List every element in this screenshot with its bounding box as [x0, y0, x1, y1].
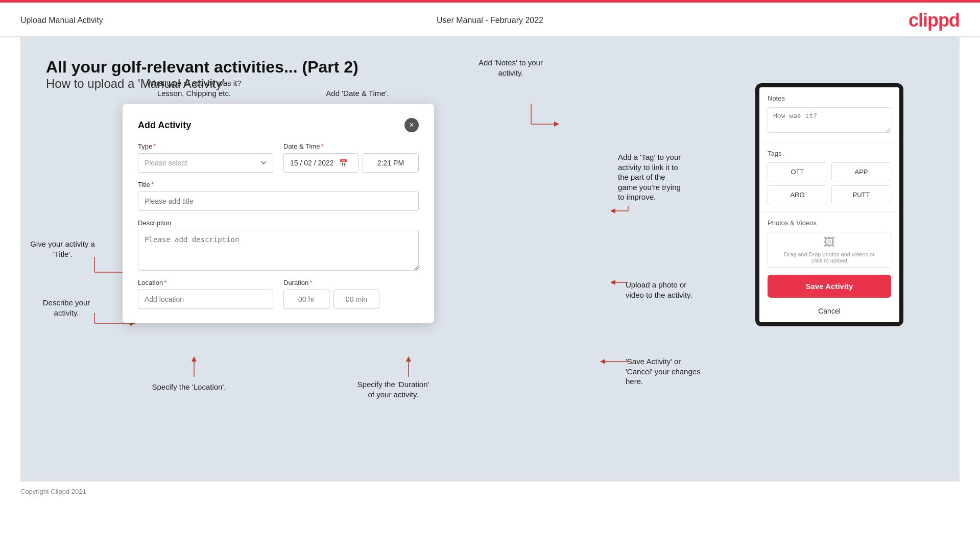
tags-label: Tags	[768, 150, 891, 157]
type-label: Type*	[138, 142, 273, 150]
header-center: User Manual - February 2022	[437, 16, 543, 25]
tag-ott[interactable]: OTT	[768, 162, 827, 181]
ann-desc: Describe your activity.	[31, 298, 102, 318]
duration-inputs	[283, 290, 419, 309]
svg-marker-15	[406, 356, 411, 362]
ann-save: 'Save Activity' or 'Cancel' your changes…	[626, 356, 748, 387]
svg-marker-25	[600, 359, 605, 364]
time-input[interactable]: 2:21 PM	[363, 153, 419, 173]
duration-min-input[interactable]	[333, 290, 379, 309]
title-input[interactable]	[138, 191, 419, 211]
duration-hr-input[interactable]	[283, 290, 329, 309]
copyright: Copyright Clippd 2021	[20, 488, 86, 495]
ann-date: Add 'Date & Time'.	[306, 88, 409, 99]
save-activity-button[interactable]: Save Activity	[768, 275, 891, 298]
header-left: Upload Manual Activity	[20, 16, 103, 25]
svg-marker-18	[554, 122, 559, 127]
notes-label: Notes	[768, 94, 891, 102]
modal-card: Add Activity × Type* Please select Date …	[123, 104, 434, 323]
notes-section: Notes	[759, 87, 899, 142]
desc-label: Description	[138, 219, 419, 227]
type-select[interactable]: Please select	[138, 153, 273, 173]
ann-duration: Specify the 'Duration' of your activity.	[327, 379, 460, 399]
svg-marker-21	[610, 208, 615, 213]
cancel-button[interactable]: Cancel	[759, 304, 899, 322]
main-content: All your golf-relevant activities... (Pa…	[20, 37, 960, 482]
tags-section: Tags OTT APP ARG PUTT	[759, 142, 899, 211]
tags-grid: OTT APP ARG PUTT	[768, 162, 891, 204]
ann-notes: Add 'Notes' to your activity.	[455, 58, 567, 78]
header: Upload Manual Activity User Manual - Feb…	[0, 3, 980, 37]
calendar-icon[interactable]: 📅	[339, 159, 348, 167]
upload-text: Drag and Drop photos and videos or click…	[784, 251, 874, 263]
duration-group: Duration*	[283, 279, 419, 309]
location-group: Location*	[138, 279, 273, 309]
duration-label: Duration*	[283, 279, 419, 286]
desc-group: Description	[138, 219, 419, 271]
title-label: Title*	[138, 181, 419, 188]
photos-section: Photos & Videos 🖼 Drag and Drop photos a…	[759, 212, 899, 275]
svg-marker-13	[192, 356, 197, 362]
ann-location: Specify the 'Location'.	[133, 382, 245, 392]
ann-tag: Add a 'Tag' to your activity to link it …	[618, 152, 751, 202]
location-duration-row: Location* Duration*	[138, 279, 419, 309]
location-label: Location*	[138, 279, 273, 286]
tag-app[interactable]: APP	[831, 162, 891, 181]
type-date-row: Type* Please select Date & Time* 15 / 02…	[138, 142, 419, 173]
phone-screen: Notes Tags OTT APP ARG PUTT Photos & Vid…	[755, 83, 903, 326]
photos-upload-area[interactable]: 🖼 Drag and Drop photos and videos or cli…	[768, 232, 891, 268]
modal-close-button[interactable]: ×	[404, 118, 419, 132]
svg-marker-23	[610, 280, 615, 285]
modal-title: Add Activity	[138, 120, 191, 131]
title-group: Title*	[138, 181, 419, 211]
notes-input[interactable]	[768, 107, 891, 133]
tag-arg[interactable]: ARG	[768, 185, 827, 204]
datetime-group: Date & Time* 15 / 02 / 2022 📅 2:21 PM	[283, 142, 419, 173]
photos-label: Photos & Videos	[768, 219, 891, 227]
datetime-label: Date & Time*	[283, 142, 419, 150]
tag-putt[interactable]: PUTT	[831, 185, 891, 204]
modal-header: Add Activity ×	[138, 118, 419, 132]
ann-photo: Upload a photo or video to the activity.	[626, 280, 743, 300]
desc-textarea[interactable]	[138, 230, 419, 271]
footer: Copyright Clippd 2021	[0, 482, 980, 501]
date-input[interactable]: 15 / 02 / 2022 📅	[283, 153, 358, 173]
location-input[interactable]	[138, 290, 273, 309]
type-group: Type* Please select	[138, 142, 273, 173]
logo: clippd	[909, 10, 960, 31]
datetime-inputs: 15 / 02 / 2022 📅 2:21 PM	[283, 153, 419, 173]
phone-panel: Notes Tags OTT APP ARG PUTT Photos & Vid…	[755, 83, 919, 326]
ann-title: Give your activity a 'Title'.	[26, 239, 100, 259]
ann-type: What type of activity was it? Lesson, Ch…	[128, 78, 260, 98]
upload-icon: 🖼	[824, 236, 835, 249]
